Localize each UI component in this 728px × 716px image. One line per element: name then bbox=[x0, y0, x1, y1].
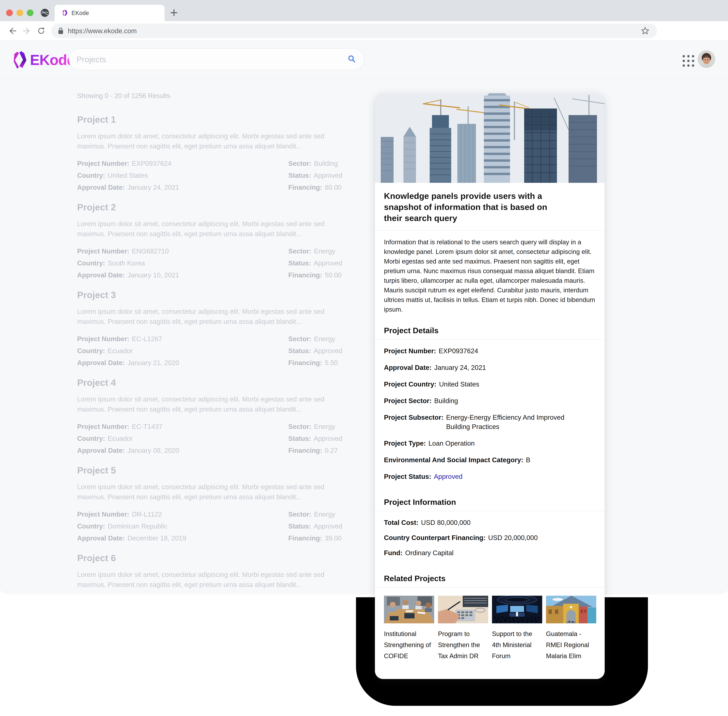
result-fields: Project Number:EC-L1267Sector:EnergyCoun… bbox=[77, 335, 377, 367]
result-title[interactable]: Project 5 bbox=[77, 465, 377, 475]
result-description: Lorem ipsum dolor sit amet, consectetur … bbox=[77, 482, 330, 502]
result-fields: Project Number:EC-T1437Sector:EnergyCoun… bbox=[77, 423, 377, 454]
browser-tab-ekode[interactable]: EKode bbox=[54, 5, 165, 21]
url-text[interactable]: https://www.ekode.com bbox=[68, 27, 137, 35]
detail-value: Approved bbox=[434, 472, 463, 481]
detail-row: Approval Date: January 24, 2021 bbox=[384, 363, 596, 372]
results-list: Project 1 Lorem ipsum dolor sit amet, co… bbox=[77, 114, 377, 595]
related-project-card[interactable]: Program to Strengthen the Tax Admin DR bbox=[438, 596, 488, 661]
result-fields: Project Number:ENG682710Sector:EnergyCou… bbox=[77, 247, 377, 279]
result-field: Sector:Energy bbox=[288, 423, 377, 431]
detail-label: Project Type: bbox=[384, 438, 426, 448]
result-field: Project Number:ENG682710 bbox=[77, 247, 288, 255]
detail-label: Approval Date: bbox=[384, 363, 431, 372]
result-field: Country:United States bbox=[77, 171, 288, 179]
detail-label: Project Status: bbox=[384, 472, 431, 481]
related-thumbnail-meeting-photo bbox=[384, 596, 434, 623]
reload-button[interactable] bbox=[37, 26, 46, 35]
result-field: Country:South Korea bbox=[77, 259, 288, 267]
window-minimize-button[interactable] bbox=[17, 9, 23, 16]
result-field: Approval Date:January 24, 2021 bbox=[77, 184, 288, 191]
result-field: Status:Approved bbox=[288, 435, 377, 442]
info-label: Total Cost: bbox=[384, 518, 418, 527]
result-field: Approval Date:January 10, 2021 bbox=[77, 271, 288, 279]
result-description: Lorem ipsum dolor sit amet, consectetur … bbox=[77, 131, 330, 151]
knowledge-panel-body: Knowledge panels provide users with a sn… bbox=[375, 183, 605, 679]
result-field: Status:Approved bbox=[288, 259, 377, 267]
result-field: Sector:Building bbox=[288, 160, 377, 167]
window-close-button[interactable] bbox=[6, 9, 13, 16]
info-row: Total Cost: USD 80,000,000 bbox=[384, 518, 596, 527]
detail-value: Building bbox=[434, 396, 458, 405]
site-header: EKode bbox=[0, 41, 728, 78]
related-project-title: Institutional Strengthening of COFIDE bbox=[384, 628, 434, 661]
window-controls bbox=[6, 9, 33, 16]
divider bbox=[375, 339, 605, 340]
info-row: Fund: Ordinary Capital bbox=[384, 548, 596, 558]
result-item: Project 2 Lorem ipsum dolor sit amet, co… bbox=[77, 202, 377, 279]
browser-tab-strip: EKode + bbox=[0, 0, 728, 21]
info-value: Ordinary Capital bbox=[405, 548, 454, 558]
result-title[interactable]: Project 1 bbox=[77, 114, 377, 125]
result-item: Project 1 Lorem ipsum dolor sit amet, co… bbox=[77, 114, 377, 191]
related-project-card[interactable]: Guatemala - RMEI Regional Malaria Elim bbox=[546, 596, 596, 661]
page-background: EKode Showing 0 - 20 of 1256 Results bbox=[0, 41, 728, 595]
search-bar[interactable] bbox=[69, 49, 364, 70]
detail-row: Project Subsector: Energy-Energy Efficie… bbox=[384, 413, 596, 431]
search-input[interactable] bbox=[76, 55, 347, 64]
result-field: Approval Date:December 18, 2019 bbox=[77, 534, 288, 542]
result-fields: Project Number:DR-L1122Sector:EnergyCoun… bbox=[77, 510, 377, 542]
forward-button[interactable] bbox=[22, 26, 31, 35]
detail-value: United States bbox=[439, 379, 479, 389]
result-item: Project 3 Lorem ipsum dolor sit amet, co… bbox=[77, 290, 377, 367]
project-details-list: Project Number: EXP0937624 Approval Date… bbox=[384, 346, 596, 481]
ekode-logo[interactable]: EKode bbox=[9, 47, 75, 73]
browser-toolbar: https://www.ekode.com bbox=[0, 21, 728, 41]
user-avatar[interactable] bbox=[698, 50, 715, 68]
project-information-heading: Project Information bbox=[384, 498, 596, 507]
address-bar[interactable]: https://www.ekode.com bbox=[51, 24, 657, 38]
result-title[interactable]: Project 2 bbox=[77, 202, 377, 212]
new-tab-button[interactable]: + bbox=[170, 6, 178, 19]
result-field: Sector:Energy bbox=[288, 335, 377, 343]
info-label: Fund: bbox=[384, 548, 403, 558]
detail-value: EXP0937624 bbox=[439, 346, 478, 356]
related-project-title: Support to the 4th Ministerial Forum bbox=[492, 628, 542, 661]
result-item: Project 4 Lorem ipsum dolor sit amet, co… bbox=[77, 377, 377, 454]
knowledge-panel-intro: Information that is relational to the us… bbox=[384, 237, 596, 314]
result-field: Status:Approved bbox=[288, 522, 377, 530]
detail-label: Environmental And Social Impact Category… bbox=[384, 455, 523, 464]
screen: EKode + https://www.ekode.com bbox=[0, 0, 728, 716]
result-title[interactable]: Project 6 bbox=[77, 553, 377, 563]
detail-row: Project Status: Approved bbox=[384, 472, 596, 481]
result-field: Financing:80.00 bbox=[288, 184, 377, 191]
related-thumbnail-tax-photo bbox=[438, 596, 488, 623]
result-field: Status:Approved bbox=[288, 347, 377, 355]
detail-row: Environmental And Social Impact Category… bbox=[384, 455, 596, 464]
back-button[interactable] bbox=[8, 26, 17, 35]
window-zoom-button[interactable] bbox=[27, 9, 33, 16]
result-field: Financing:5.50 bbox=[288, 359, 377, 367]
result-title[interactable]: Project 4 bbox=[77, 377, 377, 388]
apps-grid-icon[interactable] bbox=[683, 55, 694, 67]
result-title[interactable]: Project 3 bbox=[77, 290, 377, 300]
related-projects: Institutional Strengthening of COFIDE Pr… bbox=[384, 596, 596, 661]
info-value: USD 20,000,000 bbox=[488, 533, 538, 542]
result-description: Lorem ipsum dolor sit amet, consectetur … bbox=[77, 570, 330, 590]
result-description: Lorem ipsum dolor sit amet, consectetur … bbox=[77, 219, 330, 239]
detail-row: Project Country: United States bbox=[384, 379, 596, 389]
result-item: Project 5 Lorem ipsum dolor sit amet, co… bbox=[77, 465, 377, 542]
related-project-card[interactable]: Institutional Strengthening of COFIDE bbox=[384, 596, 434, 661]
detail-value: Energy-Energy Efficiency And Improved Bu… bbox=[446, 413, 566, 431]
result-description: Lorem ipsum dolor sit amet, consectetur … bbox=[77, 394, 330, 414]
project-information-list: Total Cost: USD 80,000,000 Country Count… bbox=[384, 518, 596, 558]
related-thumbnail-guatemala-photo bbox=[546, 596, 596, 623]
detail-value: Loan Operation bbox=[428, 438, 475, 448]
related-project-card[interactable]: Support to the 4th Ministerial Forum bbox=[492, 596, 542, 661]
ekode-favicon-icon bbox=[61, 8, 68, 18]
result-field: Country:Ecuador bbox=[77, 347, 288, 355]
result-field: Approval Date:January 21, 2020 bbox=[77, 359, 288, 367]
bookmark-star-icon[interactable] bbox=[641, 27, 649, 35]
ekode-logo-text: EKode bbox=[30, 52, 75, 68]
search-icon[interactable] bbox=[347, 55, 357, 64]
